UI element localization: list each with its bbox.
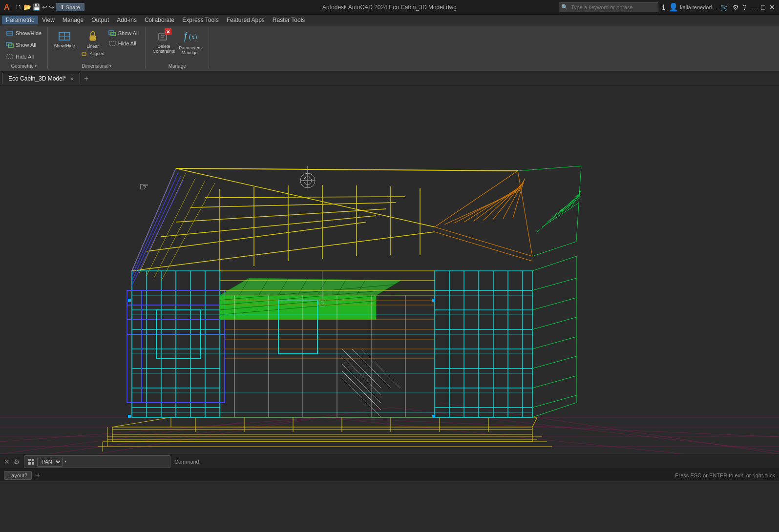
statusbar-right: Press ESC or ENTER to exit, or right-cli… xyxy=(675,472,775,478)
share-button[interactable]: ⬆ Share xyxy=(56,3,84,11)
dimensional-hide-all-button[interactable]: Hide All xyxy=(106,39,141,48)
geometric-hide-all-icon xyxy=(6,53,14,61)
menu-item-collaborate[interactable]: Collaborate xyxy=(141,16,178,24)
statusbar-left: Layout2 + xyxy=(4,471,41,480)
svg-rect-199 xyxy=(32,459,34,461)
svg-rect-166 xyxy=(432,299,435,302)
dimensional-hide-all-icon xyxy=(108,40,116,47)
dimensional-show-all-icon xyxy=(108,29,116,37)
tab-eco-cabin[interactable]: Eco Cabin_3D Model* ✕ xyxy=(2,73,80,84)
open-icon[interactable]: 📂 xyxy=(23,3,31,11)
close-icon[interactable]: ✕ xyxy=(769,3,775,11)
svg-rect-165 xyxy=(128,299,131,302)
parameters-manager-icon: f (x) xyxy=(182,28,198,45)
menu-item-output[interactable]: Output xyxy=(87,16,113,24)
ribbon: Show/Hide Show All Hide All Geometric ▾ xyxy=(0,25,779,72)
geometric-group-label: Geometric ▾ xyxy=(11,62,37,69)
share-icon: ⬆ xyxy=(60,4,64,10)
cmd-cancel-icon[interactable]: ✕ xyxy=(4,458,10,466)
menu-item-addins[interactable]: Add-ins xyxy=(113,16,141,24)
pan-mode-select[interactable]: PAN xyxy=(37,457,63,467)
parameters-manager-label: ParametersManager xyxy=(179,45,202,55)
info-icon[interactable]: ℹ xyxy=(662,3,665,11)
statusbar: Layout2 + Press ESC or ENTER to exit, or… xyxy=(0,469,779,481)
dimensional-expand-icon[interactable]: ▾ xyxy=(109,64,111,68)
menu-item-parametric[interactable]: Parametric xyxy=(2,16,38,24)
cmd-mode-select-container: PAN ▾ xyxy=(24,455,170,468)
search-input[interactable] xyxy=(568,3,656,11)
dimensional-show-hide-label: Show/Hide xyxy=(54,43,75,48)
geometric-show-hide-icon xyxy=(6,29,14,37)
dimensional-hide-all-label: Hide All xyxy=(118,41,136,46)
geometric-show-all-icon xyxy=(6,41,14,49)
user-area: 👤 kaila.tenedori... xyxy=(669,2,716,12)
tab-add-button[interactable]: + xyxy=(81,73,91,84)
menubar: Parametric View Manage Output Add-ins Co… xyxy=(0,15,779,25)
layout-tab[interactable]: Layout2 xyxy=(4,471,32,480)
geometric-hide-all-button[interactable]: Hide All xyxy=(4,52,43,61)
maximize-icon[interactable]: □ xyxy=(761,3,765,11)
linear-label: Linear xyxy=(86,44,99,49)
tabbar: Eco Cabin_3D Model* ✕ + xyxy=(0,72,779,85)
tab-eco-cabin-label: Eco Cabin_3D Model* xyxy=(8,75,66,82)
menu-item-raster[interactable]: Raster Tools xyxy=(269,16,309,24)
minimize-icon[interactable]: — xyxy=(751,3,758,11)
svg-rect-167 xyxy=(128,415,131,418)
delete-constraints-button[interactable]: ✕ DeleteConstraints xyxy=(153,28,175,54)
settings-icon[interactable]: ⚙ xyxy=(733,3,739,11)
svg-rect-9 xyxy=(82,53,86,56)
geometric-hide-all-label: Hide All xyxy=(16,54,34,60)
cmd-status-text: Command: xyxy=(174,459,201,465)
dimensional-right-col: Show All Hide All xyxy=(106,28,141,48)
aligned-label: Aligned xyxy=(90,51,105,56)
svg-marker-114 xyxy=(220,295,376,320)
new-icon[interactable]: 🗋 xyxy=(16,3,22,11)
tab-close-icon[interactable]: ✕ xyxy=(70,76,74,82)
save-icon[interactable]: 💾 xyxy=(33,3,41,11)
dimensional-show-all-label: Show All xyxy=(118,30,139,36)
ribbon-group-geometric: Show/Hide Show All Hide All Geometric ▾ xyxy=(0,27,48,69)
user-avatar-icon[interactable]: 👤 xyxy=(669,2,678,12)
help-icon[interactable]: ? xyxy=(743,3,747,11)
viewport[interactable]: ☞ xyxy=(0,85,779,454)
undo-icon[interactable]: ↩ xyxy=(42,3,47,11)
svg-rect-168 xyxy=(432,415,435,418)
menu-item-manage[interactable]: Manage xyxy=(59,16,87,24)
ribbon-empty-space xyxy=(209,27,779,69)
cmd-settings-icon[interactable]: ⚙ xyxy=(14,458,20,466)
svg-text:f: f xyxy=(184,30,188,41)
svg-rect-8 xyxy=(90,36,96,41)
menu-item-view[interactable]: View xyxy=(38,16,59,24)
svg-rect-201 xyxy=(32,462,34,465)
svg-text:(x): (x) xyxy=(189,33,197,41)
menu-item-featured[interactable]: Featured Apps xyxy=(223,16,269,24)
cmd-grid-icon xyxy=(27,458,35,466)
menu-item-express[interactable]: Express Tools xyxy=(178,16,222,24)
search-container: 🔍 xyxy=(559,2,658,12)
manage-group-label: Manage xyxy=(168,62,186,69)
parameters-manager-button[interactable]: f (x) ParametersManager xyxy=(179,28,202,55)
geometric-expand-icon[interactable]: ▾ xyxy=(35,64,37,68)
dimensional-show-all-button[interactable]: Show All xyxy=(106,28,141,38)
svg-rect-12 xyxy=(109,41,115,45)
geometric-show-all-button[interactable]: Show All xyxy=(4,40,43,50)
status-hint-text: Press ESC or ENTER to exit, or right-cli… xyxy=(675,472,775,478)
linear-button[interactable]: Linear xyxy=(85,28,101,49)
ribbon-group-dimensional: Show/Hide Linear xyxy=(48,27,146,69)
titlebar-title: Autodesk AutoCAD 2024 Eco Cabin_3D Model… xyxy=(322,4,457,11)
ribbon-group-manage: ✕ DeleteConstraints f (x) ParametersMana… xyxy=(146,27,209,69)
dimensional-group-label: Dimensional ▾ xyxy=(82,62,111,69)
aligned-button[interactable]: Aligned xyxy=(81,50,105,58)
dimensional-show-hide-icon xyxy=(58,29,71,43)
cmd-dropdown-arrow[interactable]: ▾ xyxy=(64,459,66,464)
cart-icon[interactable]: 🛒 xyxy=(720,3,729,11)
geometric-show-hide-button[interactable]: Show/Hide xyxy=(4,28,43,38)
geometric-show-hide-label: Show/Hide xyxy=(16,30,42,36)
svg-rect-198 xyxy=(28,459,31,461)
svg-rect-4 xyxy=(7,55,13,59)
user-name: kaila.tenedori... xyxy=(680,4,716,10)
add-layout-button[interactable]: + xyxy=(36,471,40,480)
redo-icon[interactable]: ↪ xyxy=(49,3,54,11)
titlebar-left: A 🗋 📂 💾 ↩ ↪ ⬆ Share xyxy=(4,3,84,12)
dimensional-show-hide-button[interactable]: Show/Hide xyxy=(52,28,77,49)
